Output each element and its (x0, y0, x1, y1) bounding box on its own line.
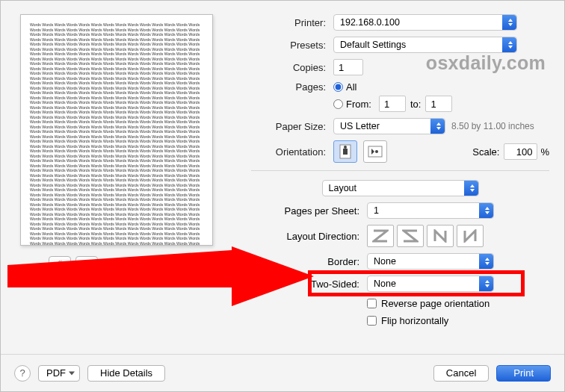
prev-page-button[interactable]: ‹ (75, 256, 98, 270)
scale-input[interactable] (504, 143, 537, 160)
two-sided-select[interactable]: None (367, 276, 494, 292)
orientation-label: Orientation: (251, 146, 333, 158)
svg-point-2 (344, 146, 347, 149)
from-input[interactable] (379, 96, 406, 112)
flip-horizontally-checkbox[interactable] (367, 316, 377, 326)
printer-select[interactable]: 192.168.0.100 (333, 14, 517, 31)
landscape-icon (368, 146, 383, 158)
scale-label: Scale: (472, 146, 499, 158)
next-page-button[interactable]: › (154, 256, 176, 270)
percent-label: % (540, 146, 549, 158)
presets-label: Presets: (251, 40, 333, 51)
preview-text: Words Words Words Words Words Words Word… (30, 22, 203, 246)
pages-per-sheet-select[interactable]: 1 (367, 202, 494, 219)
layout-dir-2-button[interactable] (397, 225, 424, 247)
pager: « ‹ 1 of 3 › » (16, 256, 236, 270)
last-page-button[interactable]: » (181, 256, 203, 270)
svg-point-4 (375, 150, 378, 153)
layout-z-icon (372, 229, 389, 243)
svg-rect-1 (343, 149, 348, 155)
layout-s-icon (402, 229, 419, 243)
orientation-portrait-button[interactable] (333, 140, 357, 163)
printer-label: Printer: (251, 17, 333, 28)
cancel-button[interactable]: Cancel (433, 365, 489, 382)
pages-from-radio[interactable] (333, 99, 343, 109)
reverse-label: Reverse page orientation (381, 298, 490, 309)
separator (251, 170, 549, 171)
portrait-icon (339, 144, 351, 159)
panel-select[interactable]: Layout (322, 180, 479, 196)
orientation-landscape-button[interactable] (363, 140, 387, 163)
layout-dir-3-button[interactable] (427, 225, 454, 247)
pages-per-sheet-label: Pages per Sheet: (251, 205, 367, 217)
layout-direction-label: Layout Direction: (251, 231, 367, 242)
form-column: Printer: 192.168.0.100 Presets: Default … (236, 14, 549, 332)
help-button[interactable]: ? (14, 365, 31, 382)
from-label: From: (346, 99, 371, 110)
first-page-button[interactable]: « (49, 256, 71, 270)
presets-select[interactable]: Default Settings (333, 37, 517, 53)
border-select[interactable]: None (367, 253, 494, 270)
all-label: All (346, 81, 356, 93)
hide-details-button[interactable]: Hide Details (87, 365, 165, 382)
layout-n-icon (432, 229, 448, 243)
layout-n2-icon (462, 229, 478, 243)
layout-dir-4-button[interactable] (457, 225, 484, 247)
copies-input[interactable] (333, 59, 363, 75)
pages-label: Pages: (251, 81, 333, 93)
print-button[interactable]: Print (496, 365, 551, 382)
paper-size-label: Paper Size: (251, 121, 333, 132)
preview-column: Words Words Words Words Words Words Word… (16, 14, 236, 332)
pages-all-radio[interactable] (333, 82, 343, 92)
print-dialog: Words Words Words Words Words Words Word… (0, 0, 565, 392)
page-preview: Words Words Words Words Words Words Word… (20, 14, 213, 246)
page-info: 1 of 3 (114, 258, 137, 268)
border-label: Border: (251, 256, 367, 267)
to-label: to: (410, 99, 421, 110)
to-input[interactable] (425, 96, 452, 112)
paper-size-select[interactable]: US Letter (333, 118, 445, 134)
two-sided-label: Two-Sided: (251, 279, 367, 290)
flip-label: Flip horizontally (381, 315, 448, 326)
pdf-menu-button[interactable]: PDF (38, 365, 80, 382)
reverse-orientation-checkbox[interactable] (367, 299, 377, 308)
copies-label: Copies: (251, 62, 333, 73)
paper-dimensions: 8.50 by 11.00 inches (451, 121, 534, 131)
footer: ? PDF Hide Details Cancel Print (1, 354, 564, 391)
layout-dir-1-button[interactable] (367, 225, 394, 247)
